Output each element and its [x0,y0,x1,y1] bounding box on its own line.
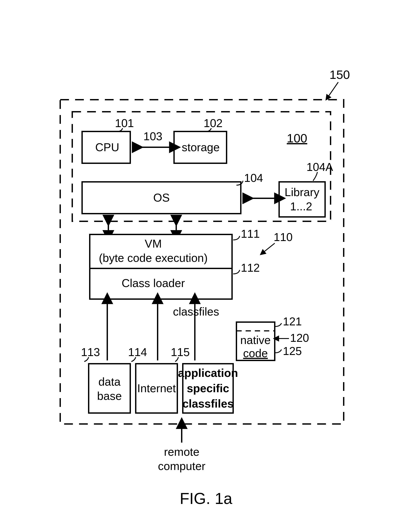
ref-113: 113 [81,346,100,359]
native-label-2: code [243,347,268,360]
ref-101: 101 [115,117,134,130]
ref-104: 104 [244,171,263,184]
vm-label-2: (byte code execution) [99,252,208,264]
remote-label-1: remote [164,446,200,458]
ref-100: 100 [287,131,307,145]
leader-121 [275,323,282,326]
ref-121: 121 [283,315,302,328]
database-label-1: data [98,375,120,388]
storage-label: storage [182,141,220,154]
library-label-1: Library [284,186,319,199]
ref-104A: 104A [306,161,333,173]
figure-1a: 150 100 CPU 101 storage 102 103 OS 104 L… [0,0,412,532]
ref-120: 120 [290,332,309,344]
os-label: OS [153,191,170,204]
app-label-2: specific [187,382,229,395]
ref-103: 103 [143,130,162,143]
ref-110: 110 [274,231,293,243]
leader-125 [275,350,282,353]
classfiles-label: classfiles [173,305,219,318]
library-label-2: 1...2 [290,200,312,213]
native-label-1: native [240,334,271,346]
ref-125: 125 [283,345,302,357]
ref-112: 112 [241,261,260,274]
app-label-1: application [178,367,238,379]
database-box [89,364,130,413]
database-label-2: base [97,390,122,402]
leader-104A [313,172,317,181]
ref-115: 115 [171,346,190,359]
ref-150: 150 [330,68,350,82]
leader-150 [328,82,338,96]
internet-label: Internet [137,382,176,395]
leader-111 [233,236,240,240]
ref-102: 102 [204,117,223,130]
classloader-label: Class loader [121,277,185,289]
vm-label-1: VM [145,237,162,250]
leader-110 [264,243,275,252]
remote-label-2: computer [158,460,206,472]
figure-caption: FIG. 1a [180,490,232,507]
ref-114: 114 [128,346,147,359]
ref-111: 111 [241,228,260,240]
app-label-3: classfiles [182,397,234,410]
cpu-label: CPU [95,141,119,154]
leader-112 [233,270,240,274]
